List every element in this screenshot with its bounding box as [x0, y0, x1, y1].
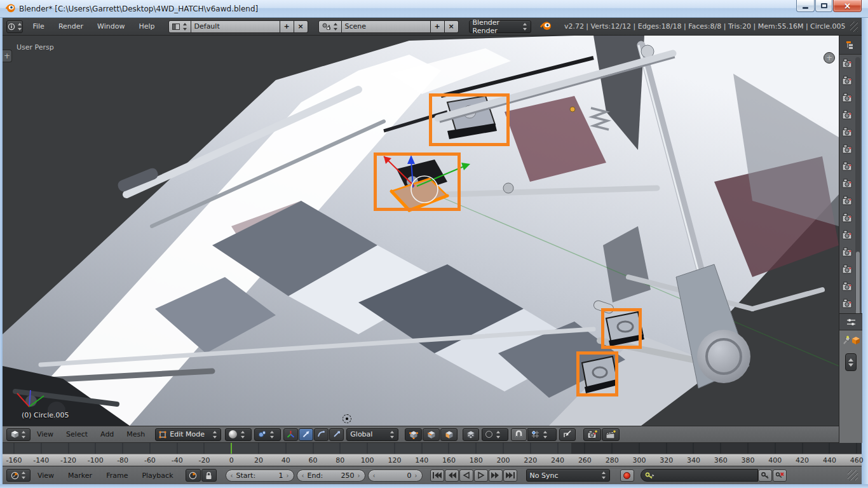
next-keyframe-button[interactable] [489, 470, 503, 482]
jump-to-start-button[interactable] [430, 470, 444, 482]
opengl-render-image-button[interactable] [583, 428, 601, 441]
area-resize-grip[interactable] [850, 22, 858, 32]
jump-to-end-button[interactable] [503, 470, 517, 482]
delete-keyframe-button[interactable] [773, 470, 787, 482]
scene-browse-button[interactable] [318, 20, 342, 33]
outliner-row-camera-icon[interactable] [839, 123, 855, 140]
menu-file[interactable]: File [29, 22, 47, 30]
outliner-row-camera-icon[interactable] [839, 295, 855, 312]
outliner-row-camera-icon[interactable] [839, 175, 855, 192]
face-select-button[interactable] [440, 428, 458, 441]
limit-selection-visible-button[interactable] [463, 428, 479, 441]
proportional-edit-select[interactable] [482, 428, 508, 441]
decrement-arrow[interactable]: ‹ [373, 472, 376, 479]
outliner-row-camera-icon[interactable] [839, 106, 855, 123]
properties-context-cycle-button[interactable] [845, 353, 857, 371]
viewport-3d[interactable]: User Persp + + (0) Circle.005 [3, 36, 839, 426]
menu-frame[interactable]: Frame [103, 471, 131, 480]
timeline-area[interactable]: -160-140-120-100-80-60-40-20020406080100… [3, 443, 862, 466]
lock-frame-range-button[interactable] [201, 469, 217, 482]
rotate-manipulator-button[interactable] [314, 428, 329, 441]
translate-manipulator-button[interactable] [299, 428, 313, 441]
up-arrow-icon [848, 358, 853, 362]
vertex-select-button[interactable] [405, 428, 422, 441]
tool-shelf-expand-tab[interactable]: + [3, 50, 12, 62]
play-reverse-button[interactable] [459, 470, 473, 482]
current-frame-marker[interactable] [231, 443, 232, 454]
decrement-arrow[interactable]: ‹ [302, 472, 304, 479]
snap-align-button[interactable] [559, 428, 576, 441]
scene-name[interactable]: Scene [342, 20, 431, 33]
select-mode-buttons [405, 428, 458, 441]
increment-arrow[interactable]: › [287, 472, 289, 479]
close-button[interactable]: × [833, 0, 862, 12]
insert-keyframe-button[interactable] [758, 470, 772, 482]
scale-manipulator-button[interactable] [329, 428, 344, 441]
timeline-ruler[interactable]: -160-140-120-100-80-60-40-20020406080100… [3, 454, 862, 466]
use-preview-range-button[interactable] [186, 469, 201, 482]
menu-render[interactable]: Render [55, 22, 86, 30]
viewport-shading-select[interactable] [225, 428, 252, 441]
increment-arrow[interactable]: › [358, 472, 360, 479]
menu-window[interactable]: Window [94, 22, 128, 30]
outliner-row-camera-icon[interactable] [839, 278, 855, 295]
outliner-row-camera-icon[interactable] [839, 72, 855, 89]
properties-shelf-expand-button[interactable]: + [824, 52, 835, 64]
av-sync-select[interactable]: No Sync [526, 469, 610, 482]
outliner-scrollbar[interactable] [855, 57, 860, 311]
outliner-row-camera-icon[interactable] [839, 140, 855, 158]
outliner-row-camera-icon[interactable] [839, 55, 855, 72]
auto-keyframe-record-button[interactable] [620, 470, 634, 482]
outliner-row-camera-icon[interactable] [839, 226, 855, 243]
properties-header[interactable] [839, 314, 862, 330]
outliner-row-camera-icon[interactable] [839, 192, 855, 209]
window-titlebar[interactable]: Blender* [C:\Users\Garrett\Desktop\4WD_H… [0, 0, 868, 18]
mode-select[interactable]: Edit Mode [155, 428, 221, 441]
frame-end-field[interactable]: ‹ End: 250 › [297, 470, 365, 482]
rotate-arc-icon [317, 430, 325, 438]
add-layout-button[interactable]: + [280, 20, 294, 33]
pivot-point-select[interactable] [254, 428, 281, 441]
outliner-header[interactable] [839, 36, 862, 55]
screen-layout-name[interactable]: Default [191, 20, 280, 33]
screen-layout-browse-button[interactable] [168, 20, 191, 33]
increment-arrow[interactable]: › [415, 472, 417, 479]
play-button[interactable] [474, 470, 488, 482]
unlink-layout-button[interactable]: × [294, 20, 308, 33]
menu-mesh[interactable]: Mesh [123, 430, 148, 438]
decrement-arrow[interactable]: ‹ [231, 472, 233, 479]
manipulator-toggle-button[interactable] [283, 428, 298, 441]
snap-toggle-button[interactable] [511, 428, 527, 441]
opengl-render-animation-button[interactable] [602, 428, 620, 441]
menu-playback[interactable]: Playback [139, 471, 176, 480]
maximize-button[interactable] [815, 0, 832, 12]
outliner-row-camera-icon[interactable] [839, 89, 855, 106]
editor-type-info-button[interactable] [6, 20, 23, 33]
menu-view[interactable]: View [34, 430, 57, 438]
editor-type-timeline-button[interactable] [6, 469, 31, 482]
outliner-row-camera-icon[interactable] [839, 158, 855, 175]
menu-select[interactable]: Select [63, 430, 91, 438]
add-scene-button[interactable]: + [431, 20, 445, 33]
current-frame-field[interactable]: ‹ 0 › [368, 470, 423, 482]
minimize-button[interactable] [796, 0, 815, 12]
snap-element-select[interactable] [527, 428, 557, 441]
previous-keyframe-button[interactable] [445, 470, 459, 482]
menu-marker[interactable]: Marker [65, 471, 95, 480]
outliner-row-camera-icon[interactable] [839, 209, 855, 226]
render-engine-select[interactable]: Blender Render [469, 20, 531, 33]
object-context-cube-icon[interactable] [851, 336, 860, 345]
menu-view[interactable]: View [34, 471, 57, 480]
active-keying-set-field[interactable] [641, 469, 758, 482]
editor-type-3dview-button[interactable] [6, 428, 31, 441]
outliner-row-camera-icon[interactable] [839, 243, 855, 261]
pin-icon[interactable] [842, 336, 851, 346]
unlink-scene-button[interactable]: × [445, 20, 459, 33]
menu-add[interactable]: Add [97, 430, 117, 438]
outliner-row-camera-icon[interactable] [839, 261, 855, 278]
transform-orientation-select[interactable]: Global [346, 428, 398, 441]
frame-start-field[interactable]: ‹ Start: 1 › [226, 470, 294, 482]
menu-help[interactable]: Help [135, 22, 158, 30]
area-resize-grip[interactable] [848, 470, 858, 480]
edge-select-button[interactable] [423, 428, 440, 441]
